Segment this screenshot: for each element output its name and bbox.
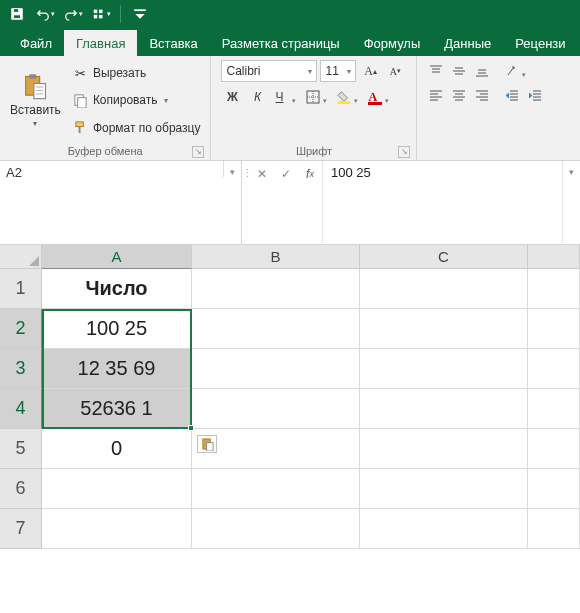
name-box-value[interactable]: A2 xyxy=(0,161,223,184)
cell-B6[interactable] xyxy=(192,469,360,509)
svg-rect-2 xyxy=(14,15,21,19)
cancel-formula-button[interactable]: ✕ xyxy=(250,163,274,185)
save-button[interactable] xyxy=(4,2,30,26)
tab-home[interactable]: Главная xyxy=(64,30,137,56)
fill-color-button[interactable]: ▾ xyxy=(333,86,361,108)
font-size-combo[interactable]: 11 ▾ xyxy=(320,60,356,82)
cell-A6[interactable] xyxy=(42,469,192,509)
formula-bar-grip[interactable]: ⋮ xyxy=(242,161,250,244)
cell-B7[interactable] xyxy=(192,509,360,549)
cell-D6[interactable] xyxy=(528,469,580,509)
cell-C2[interactable] xyxy=(360,309,528,349)
cell-D7[interactable] xyxy=(528,509,580,549)
svg-rect-16 xyxy=(76,122,84,127)
undo-button[interactable]: ▾ xyxy=(32,2,58,26)
tab-file[interactable]: Файл xyxy=(8,30,64,56)
cell-D2[interactable] xyxy=(528,309,580,349)
italic-button[interactable]: К xyxy=(246,86,268,108)
col-header-extra[interactable] xyxy=(528,245,580,269)
svg-rect-1 xyxy=(14,9,19,13)
cell-A7[interactable] xyxy=(42,509,192,549)
cell-B1[interactable] xyxy=(192,269,360,309)
align-left-button[interactable] xyxy=(425,84,447,106)
cell-D1[interactable] xyxy=(528,269,580,309)
cell-C3[interactable] xyxy=(360,349,528,389)
row-header-2[interactable]: 2 xyxy=(0,309,42,349)
row-header-4[interactable]: 4 xyxy=(0,389,42,429)
cell-B5[interactable] xyxy=(192,429,360,469)
cell-A3[interactable]: 12 35 69 xyxy=(42,349,192,389)
cell-C6[interactable] xyxy=(360,469,528,509)
name-box[interactable]: A2 ▾ xyxy=(0,161,242,244)
row-header-1[interactable]: 1 xyxy=(0,269,42,309)
format-painter-button[interactable]: Формат по образцу xyxy=(71,117,203,139)
tab-insert[interactable]: Вставка xyxy=(137,30,209,56)
tab-formulas[interactable]: Формулы xyxy=(352,30,433,56)
underline-button[interactable]: Ч▾ xyxy=(271,86,299,108)
cell-D4[interactable] xyxy=(528,389,580,429)
select-all-corner[interactable] xyxy=(0,245,42,269)
svg-rect-52 xyxy=(206,442,213,450)
customize-qat-button[interactable] xyxy=(127,2,153,26)
increase-font-button[interactable]: A▴ xyxy=(359,60,381,82)
group-clipboard: Вставить ▾ ✂ Вырезать Копировать ▾ xyxy=(0,56,211,160)
cell-D5[interactable] xyxy=(528,429,580,469)
paste-button[interactable]: Вставить ▾ xyxy=(4,58,67,143)
orientation-button[interactable]: ▾ xyxy=(501,60,529,82)
font-name-combo[interactable]: Calibri ▾ xyxy=(221,60,317,82)
clipboard-launcher[interactable]: ↘ xyxy=(192,146,204,158)
tab-review[interactable]: Рецензи xyxy=(503,30,577,56)
cell-A1[interactable]: Число xyxy=(42,269,192,309)
align-center-button[interactable] xyxy=(448,84,470,106)
cell-C7[interactable] xyxy=(360,509,528,549)
format-painter-label: Формат по образцу xyxy=(93,121,201,135)
cell-B2[interactable] xyxy=(192,309,360,349)
svg-rect-21 xyxy=(338,101,350,104)
cell-B4[interactable] xyxy=(192,389,360,429)
cut-button[interactable]: ✂ Вырезать xyxy=(71,62,203,84)
cell-C5[interactable] xyxy=(360,429,528,469)
tab-data[interactable]: Данные xyxy=(432,30,503,56)
align-right-button[interactable] xyxy=(471,84,493,106)
decrease-font-button[interactable]: A▾ xyxy=(384,60,406,82)
cut-label: Вырезать xyxy=(93,66,146,80)
tab-page-layout[interactable]: Разметка страницы xyxy=(210,30,352,56)
col-header-A[interactable]: A xyxy=(42,245,192,269)
cell-A5[interactable]: 0 xyxy=(42,429,192,469)
spreadsheet-grid[interactable]: A B C 1 Число 2 100 25 3 12 35 69 4 5263… xyxy=(0,245,580,549)
bold-button[interactable]: Ж xyxy=(221,86,243,108)
row-header-3[interactable]: 3 xyxy=(0,349,42,389)
increase-indent-button[interactable] xyxy=(524,84,546,106)
enter-formula-button[interactable]: ✓ xyxy=(274,163,298,185)
font-color-button[interactable]: A ▾ xyxy=(364,86,392,108)
row-header-6[interactable]: 6 xyxy=(0,469,42,509)
svg-rect-7 xyxy=(134,9,146,11)
cell-B3[interactable] xyxy=(192,349,360,389)
col-header-C[interactable]: C xyxy=(360,245,528,269)
align-middle-button[interactable] xyxy=(448,60,470,82)
name-box-dropdown[interactable]: ▾ xyxy=(223,161,241,177)
redo-button[interactable]: ▾ xyxy=(60,2,86,26)
border-button[interactable]: ▾ xyxy=(302,86,330,108)
paste-options-smart-tag[interactable] xyxy=(197,435,217,453)
align-bottom-button[interactable] xyxy=(471,60,493,82)
align-top-button[interactable] xyxy=(425,60,447,82)
cell-C4[interactable] xyxy=(360,389,528,429)
formula-bar: A2 ▾ ⋮ ✕ ✓ fx 100 25 ▾ xyxy=(0,161,580,245)
qat-grid-button[interactable]: ▾ xyxy=(88,2,114,26)
decrease-indent-button[interactable] xyxy=(501,84,523,106)
cell-C1[interactable] xyxy=(360,269,528,309)
cell-D3[interactable] xyxy=(528,349,580,389)
font-launcher[interactable]: ↘ xyxy=(398,146,410,158)
row-header-5[interactable]: 5 xyxy=(0,429,42,469)
insert-function-button[interactable]: fx xyxy=(298,163,322,185)
cell-A4[interactable]: 52636 1 xyxy=(42,389,192,429)
row-header-7[interactable]: 7 xyxy=(0,509,42,549)
svg-rect-3 xyxy=(93,10,97,14)
col-header-B[interactable]: B xyxy=(192,245,360,269)
formula-input[interactable]: 100 25 xyxy=(323,161,562,244)
svg-rect-5 xyxy=(93,15,97,19)
cell-A2[interactable]: 100 25 xyxy=(42,309,192,349)
copy-button[interactable]: Копировать ▾ xyxy=(71,89,203,111)
formula-bar-expand[interactable]: ▾ xyxy=(562,161,580,244)
